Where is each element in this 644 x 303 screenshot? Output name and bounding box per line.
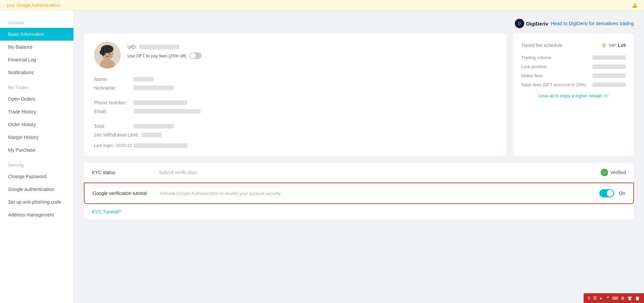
- nickname-row: Nickname:: [94, 85, 496, 91]
- sidebar-item-trade-history[interactable]: Trade History: [0, 105, 73, 118]
- main-content: D DigiDeriv Head to DigiDeriv for deriva…: [74, 11, 644, 303]
- sidebar-item-open-orders[interactable]: Open Orders: [0, 93, 73, 105]
- sidebar-item-label: Address management: [8, 212, 54, 217]
- sidebar-item-label: Order History: [8, 122, 36, 127]
- kyc-status-label: KYC status: [92, 170, 152, 175]
- withdrawal-value: [142, 133, 162, 137]
- name-value: [133, 77, 154, 82]
- kyc-tutorial-link[interactable]: KYC Tutorial?: [92, 209, 121, 214]
- sidebar-item-my-purchase[interactable]: My Purchase: [0, 144, 73, 156]
- sidebar-item-label: Margin History: [8, 135, 38, 140]
- taskbar-mic[interactable]: 🎤: [604, 296, 609, 301]
- sidebar-item-margin-history[interactable]: Margin History: [0, 131, 73, 144]
- trading-volume-row: Trading volume: [521, 55, 626, 60]
- avatar: [94, 42, 121, 68]
- name-row: Name:: [94, 77, 496, 82]
- lock-position-row: Lock position: [521, 64, 626, 69]
- google-on-label: On: [619, 191, 625, 196]
- taskbar-shirt[interactable]: 👕: [627, 296, 632, 301]
- fee-title: Tiered fee schedule: [521, 43, 562, 48]
- taskbar-lang[interactable]: 英: [593, 295, 597, 301]
- trading-volume-value: [592, 55, 626, 60]
- taskbar-diamond[interactable]: ♦: [600, 296, 602, 301]
- sidebar-item-label: My Purchase: [8, 147, 36, 153]
- withdrawal-label: 24h Withdrawal Limit:: [94, 132, 139, 138]
- total-row: Total:: [94, 123, 496, 129]
- dft-toggle[interactable]: [190, 52, 202, 59]
- svg-point-5: [100, 50, 104, 55]
- google-toggle[interactable]: [599, 189, 614, 197]
- sidebar-item-change-password[interactable]: Change Password: [0, 170, 73, 183]
- sidebar-item-my-balance[interactable]: My Balance: [0, 41, 73, 53]
- taskbar-keyboard[interactable]: ⌨: [612, 296, 618, 301]
- lock-position-label: Lock position: [521, 64, 547, 69]
- sidebar-item-label: Notifications: [8, 70, 34, 75]
- google-verification-row: Google verification tutorial Activate Go…: [84, 183, 634, 204]
- google-row-desc: Activate Google Authentication to double…: [160, 191, 593, 196]
- digi-banner: D DigiDeriv Head to DigiDeriv for deriva…: [84, 19, 634, 28]
- last-login-label: Last login:: [94, 143, 114, 148]
- last-login: Last login: 2020-12: [94, 143, 496, 148]
- sidebar-item-label: Trade History: [8, 109, 36, 114]
- kyc-status-row: KYC status Submit verification ✓ Verifie…: [84, 163, 634, 183]
- taker-fees-value: [592, 83, 626, 87]
- banner-text: your Google Authentication!: [7, 3, 60, 8]
- profile-top: UID: Use DFT to pay fees (25% off): [94, 42, 496, 68]
- sidebar-item-label: Financial Log: [8, 57, 36, 62]
- nickname-value: [133, 86, 174, 90]
- verified-icon: ✓: [601, 169, 608, 176]
- sidebar-section-security: Security: [0, 156, 73, 170]
- vip-level: Lv5: [618, 43, 626, 48]
- trading-volume-label: Trading volume: [521, 55, 551, 60]
- uid-section: UID: Use DFT to pay fees (25% off): [127, 42, 202, 59]
- total-value: [133, 124, 174, 129]
- taskbar-clipboard[interactable]: 📋: [635, 296, 640, 301]
- phone-row: Phone Number:: [94, 100, 496, 105]
- last-login-date: 2020-12: [116, 143, 132, 148]
- kyc-verified: ✓ Verified: [601, 169, 626, 176]
- sidebar-item-label: Set up anti-phishing code: [8, 199, 61, 205]
- kyc-submit-link[interactable]: Submit verification: [159, 170, 594, 175]
- taskbar-s[interactable]: S: [588, 296, 590, 301]
- withdrawal-row: 24h Withdrawal Limit:: [94, 132, 496, 138]
- sidebar-section-my-trades: My Trades: [0, 79, 73, 93]
- sidebar-item-label: Change Password: [8, 174, 46, 179]
- vip-crown-icon: ♛: [601, 42, 607, 49]
- maker-fees-value: [592, 73, 626, 78]
- sidebar-item-basic-information[interactable]: Basic Information: [0, 28, 73, 41]
- sidebar-item-label: My Balance: [8, 44, 33, 50]
- svg-point-6: [104, 53, 106, 55]
- sidebar-item-order-history[interactable]: Order History: [0, 118, 73, 131]
- taskbar-monitor[interactable]: 🖥: [621, 296, 625, 301]
- digi-logo: D DigiDeriv: [515, 19, 548, 28]
- sidebar-item-google-authentication[interactable]: Google Authentication: [0, 183, 73, 196]
- taker-fees-label: Taker fees (DFT discount of 25%): [521, 82, 586, 87]
- digi-link[interactable]: Head to DigiDeriv for derivatives tradin…: [551, 21, 634, 26]
- verified-label: Verified: [610, 170, 626, 175]
- top-banner: your Google Authentication! 🔔: [0, 0, 644, 11]
- kyc-tutorial-row: KYC Tutorial?: [84, 204, 634, 219]
- last-login-detail: [134, 143, 187, 148]
- profile-section: UID: Use DFT to pay fees (25% off) Name:: [84, 34, 634, 156]
- google-toggle-container: On: [599, 189, 625, 197]
- phone-value: [133, 100, 187, 105]
- sidebar-section-account: Account: [0, 14, 73, 28]
- uid-row: UID:: [127, 44, 202, 50]
- sidebar-item-financial-log[interactable]: Financial Log: [0, 53, 73, 66]
- sidebar-item-notifications[interactable]: Notifications: [0, 66, 73, 79]
- total-label: Total:: [94, 123, 131, 129]
- banner-icon: 🔔: [632, 3, 637, 8]
- digi-logo-icon: D: [515, 19, 524, 28]
- sidebar-item-label: Basic Information: [8, 32, 44, 37]
- sidebar-item-address-management[interactable]: Address management: [0, 208, 73, 221]
- maker-fees-label: Maker fees: [521, 73, 543, 78]
- uid-value: [139, 45, 179, 49]
- taskbar: S 英 ♦ 🎤 ⌨ 🖥 👕 📋: [584, 293, 644, 303]
- email-value: [133, 109, 201, 114]
- dft-label: Use DFT to pay fees (25% off): [127, 53, 186, 58]
- email-label: Email:: [94, 109, 131, 114]
- sidebar-item-label: Open Orders: [8, 96, 35, 102]
- fee-card-header: Tiered fee schedule ♛ VIP Lv5: [521, 42, 626, 49]
- sidebar-item-anti-phishing[interactable]: Set up anti-phishing code: [0, 196, 73, 208]
- level-up-link[interactable]: Leve up to enjoy a higher rebate! >>: [521, 93, 626, 98]
